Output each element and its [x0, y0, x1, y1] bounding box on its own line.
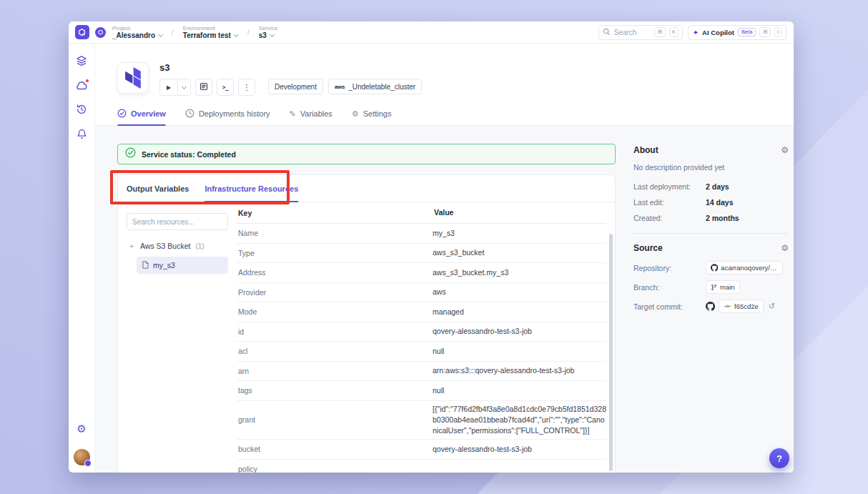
- breadcrumb-service[interactable]: Service s3: [259, 25, 278, 40]
- row-value: qovery-alessandro-test-s3-job: [433, 323, 606, 340]
- sparkle-icon: ✦: [693, 29, 699, 36]
- tab-variables[interactable]: ✎ Variables: [290, 102, 332, 125]
- chevron-down-icon: [234, 32, 239, 37]
- logs-button[interactable]: [195, 79, 212, 96]
- terminal-icon: >_: [222, 84, 229, 91]
- row-value: [433, 466, 606, 472]
- sidebar-item-clusters[interactable]: [73, 78, 90, 95]
- tab-deployments-history[interactable]: Deployments history: [185, 102, 270, 125]
- service-label: Service: [259, 25, 278, 31]
- row-key: arn: [237, 367, 433, 375]
- table-header: Key Value: [237, 202, 606, 224]
- breadcrumb-environment[interactable]: Environment Terraform test: [183, 25, 238, 40]
- branch-label: Branch:: [633, 283, 706, 292]
- table-scrollbar[interactable]: [609, 234, 613, 471]
- terminal-button[interactable]: >_: [217, 79, 234, 96]
- resource-search-input[interactable]: [132, 218, 222, 226]
- qovery-logo[interactable]: [69, 25, 95, 39]
- column-header-value: Value: [433, 207, 606, 218]
- tab-output-variables-label: Output Variables: [127, 184, 189, 193]
- terraform-block: [125, 71, 132, 84]
- sidebar-item-settings[interactable]: ⚙: [73, 420, 90, 438]
- table-row: id qovery-alessandro-test-s3-job: [237, 322, 606, 342]
- kebab-icon: ⋮: [243, 83, 251, 92]
- organization-avatar[interactable]: [95, 27, 106, 38]
- row-value: qovery-alessandro-test-s3-job: [433, 441, 606, 458]
- row-key: tags: [237, 386, 433, 395]
- stat-label: Last edit:: [633, 198, 706, 207]
- environment-label: Environment: [183, 25, 238, 31]
- expand-icon[interactable]: +: [128, 242, 135, 250]
- cluster-badge[interactable]: aws _Undeletable_cluster: [328, 79, 422, 94]
- branch-badge[interactable]: main: [706, 280, 740, 294]
- tab-overview[interactable]: Overview: [117, 102, 166, 125]
- ai-copilot-button[interactable]: ✦ AI Copilot Beta ⌘ I: [688, 25, 786, 40]
- tab-output-variables[interactable]: Output Variables: [127, 175, 189, 202]
- stat-last-edit: Last edit: 14 days: [633, 197, 789, 207]
- environment-mode-badge[interactable]: Development: [268, 79, 323, 94]
- breadcrumb-project[interactable]: Project _Alessandro: [112, 25, 162, 40]
- app-window: Project _Alessandro / Environment Terraf…: [69, 21, 794, 473]
- tab-variables-label: Variables: [300, 109, 332, 118]
- document-icon: [142, 261, 149, 270]
- environment-value[interactable]: Terraform test: [183, 31, 231, 40]
- row-key: Name: [237, 229, 433, 237]
- service-badges: Development aws _Undeletable_cluster: [268, 79, 422, 94]
- row-value: managed: [433, 304, 606, 320]
- service-header: s3 ▶: [95, 44, 794, 96]
- sidebar-item-notifications[interactable]: [73, 127, 90, 144]
- rollback-icon[interactable]: ↺: [769, 302, 775, 311]
- topbar-actions: ⌘ K ✦ AI Copilot Beta ⌘ I: [598, 25, 794, 40]
- help-button[interactable]: ?: [769, 448, 789, 468]
- about-title: About: [633, 145, 659, 155]
- row-value: arn:aws:s3:::qovery-alessandro-test-s3-j…: [433, 362, 606, 379]
- gear-icon[interactable]: ⚙: [781, 243, 789, 253]
- more-actions-button[interactable]: ⋮: [238, 79, 255, 96]
- repository-link[interactable]: acarranoqovery/te...: [706, 261, 783, 275]
- play-button[interactable]: ▶: [160, 79, 177, 95]
- resource-table: Key Value Name my_s3 Type aws_s3_bucket: [237, 202, 615, 473]
- tree-group-aws-s3-bucket[interactable]: + Aws S3 Bucket (1): [127, 237, 228, 255]
- row-key: Type: [237, 249, 433, 257]
- deploy-split-button: ▶: [159, 79, 191, 96]
- tab-settings-label: Settings: [363, 109, 392, 118]
- breadcrumb: Project _Alessandro / Environment Terraf…: [112, 25, 277, 40]
- tab-settings[interactable]: ⚙ Settings: [352, 102, 392, 125]
- row-key: Mode: [237, 307, 433, 316]
- commit-badge[interactable]: f65cd2e: [719, 300, 764, 313]
- check-circle-icon: [117, 109, 127, 119]
- commit-label: Target commit:: [633, 302, 706, 311]
- sidebar-item-audit-logs[interactable]: [73, 102, 90, 119]
- row-key: policy: [237, 465, 433, 473]
- kbd-k: K: [669, 27, 679, 37]
- table-row: acl null: [237, 342, 606, 362]
- stat-label: Last deployment:: [633, 182, 706, 191]
- table-row: tags null: [237, 381, 606, 401]
- gear-icon[interactable]: ⚙: [781, 145, 789, 155]
- resource-search[interactable]: [127, 213, 228, 230]
- service-value[interactable]: s3: [259, 31, 267, 40]
- git-commit-icon: [724, 303, 731, 310]
- table-row: Type aws_s3_bucket: [237, 244, 606, 264]
- table-row: grant [{"id":"77f6d2fb4f3a8e0a8d1cdc0e79…: [237, 401, 606, 440]
- global-search[interactable]: ⌘ K: [598, 25, 683, 40]
- stat-created: Created: 2 months: [633, 212, 789, 223]
- sidebar-item-services[interactable]: [73, 54, 90, 71]
- deploy-options-button[interactable]: [177, 79, 190, 95]
- column-header-key: Key: [237, 209, 433, 217]
- user-menu[interactable]: [74, 449, 90, 465]
- layers-icon: [76, 55, 87, 69]
- row-value: aws: [433, 284, 606, 300]
- clock-icon: [185, 109, 194, 119]
- project-value[interactable]: _Alessandro: [112, 31, 155, 40]
- git-branch-icon: [711, 284, 717, 291]
- row-key: grant: [237, 415, 433, 424]
- tree-item-my-s3[interactable]: my_s3: [137, 257, 228, 274]
- terraform-logo: [117, 62, 149, 94]
- row-key: Provider: [237, 288, 433, 297]
- search-input[interactable]: [614, 29, 651, 36]
- stat-value: 2 days: [706, 182, 729, 191]
- gear-icon: ⚙: [77, 423, 86, 435]
- tab-infrastructure-resources[interactable]: Infrastructure Resources: [204, 175, 298, 202]
- environment-mode-label: Development: [275, 83, 317, 91]
